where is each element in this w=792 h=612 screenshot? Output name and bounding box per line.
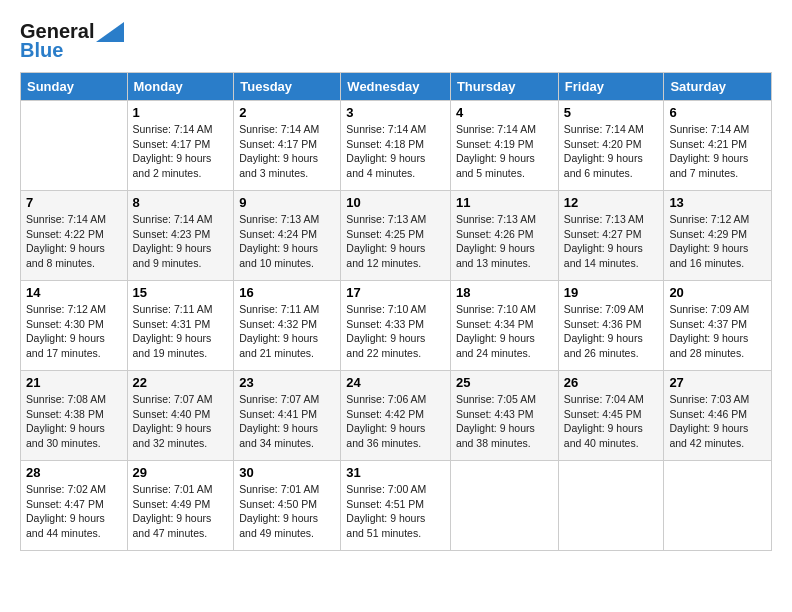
day-number: 19	[564, 285, 659, 300]
day-number: 20	[669, 285, 766, 300]
calendar-cell: 18Sunrise: 7:10 AM Sunset: 4:34 PM Dayli…	[450, 281, 558, 371]
day-info: Sunrise: 7:14 AM Sunset: 4:18 PM Dayligh…	[346, 122, 445, 181]
calendar-cell: 29Sunrise: 7:01 AM Sunset: 4:49 PM Dayli…	[127, 461, 234, 551]
calendar-cell: 3Sunrise: 7:14 AM Sunset: 4:18 PM Daylig…	[341, 101, 451, 191]
day-info: Sunrise: 7:12 AM Sunset: 4:29 PM Dayligh…	[669, 212, 766, 271]
calendar-week-row: 21Sunrise: 7:08 AM Sunset: 4:38 PM Dayli…	[21, 371, 772, 461]
day-number: 15	[133, 285, 229, 300]
day-header-tuesday: Tuesday	[234, 73, 341, 101]
day-info: Sunrise: 7:14 AM Sunset: 4:20 PM Dayligh…	[564, 122, 659, 181]
calendar-week-row: 1Sunrise: 7:14 AM Sunset: 4:17 PM Daylig…	[21, 101, 772, 191]
day-info: Sunrise: 7:13 AM Sunset: 4:25 PM Dayligh…	[346, 212, 445, 271]
day-number: 26	[564, 375, 659, 390]
calendar-cell: 27Sunrise: 7:03 AM Sunset: 4:46 PM Dayli…	[664, 371, 772, 461]
calendar-cell: 10Sunrise: 7:13 AM Sunset: 4:25 PM Dayli…	[341, 191, 451, 281]
calendar-cell: 21Sunrise: 7:08 AM Sunset: 4:38 PM Dayli…	[21, 371, 128, 461]
calendar-cell: 19Sunrise: 7:09 AM Sunset: 4:36 PM Dayli…	[558, 281, 664, 371]
day-info: Sunrise: 7:14 AM Sunset: 4:17 PM Dayligh…	[239, 122, 335, 181]
day-info: Sunrise: 7:11 AM Sunset: 4:31 PM Dayligh…	[133, 302, 229, 361]
calendar-cell: 24Sunrise: 7:06 AM Sunset: 4:42 PM Dayli…	[341, 371, 451, 461]
day-number: 7	[26, 195, 122, 210]
day-header-friday: Friday	[558, 73, 664, 101]
day-info: Sunrise: 7:12 AM Sunset: 4:30 PM Dayligh…	[26, 302, 122, 361]
calendar-cell: 7Sunrise: 7:14 AM Sunset: 4:22 PM Daylig…	[21, 191, 128, 281]
day-number: 17	[346, 285, 445, 300]
calendar-cell: 25Sunrise: 7:05 AM Sunset: 4:43 PM Dayli…	[450, 371, 558, 461]
calendar-cell: 1Sunrise: 7:14 AM Sunset: 4:17 PM Daylig…	[127, 101, 234, 191]
day-info: Sunrise: 7:14 AM Sunset: 4:17 PM Dayligh…	[133, 122, 229, 181]
calendar-cell: 4Sunrise: 7:14 AM Sunset: 4:19 PM Daylig…	[450, 101, 558, 191]
day-number: 31	[346, 465, 445, 480]
day-info: Sunrise: 7:14 AM Sunset: 4:21 PM Dayligh…	[669, 122, 766, 181]
calendar-cell: 15Sunrise: 7:11 AM Sunset: 4:31 PM Dayli…	[127, 281, 234, 371]
day-info: Sunrise: 7:13 AM Sunset: 4:26 PM Dayligh…	[456, 212, 553, 271]
calendar-cell: 22Sunrise: 7:07 AM Sunset: 4:40 PM Dayli…	[127, 371, 234, 461]
day-number: 23	[239, 375, 335, 390]
day-number: 9	[239, 195, 335, 210]
day-number: 8	[133, 195, 229, 210]
day-number: 28	[26, 465, 122, 480]
day-number: 27	[669, 375, 766, 390]
day-number: 1	[133, 105, 229, 120]
day-info: Sunrise: 7:01 AM Sunset: 4:49 PM Dayligh…	[133, 482, 229, 541]
day-info: Sunrise: 7:07 AM Sunset: 4:40 PM Dayligh…	[133, 392, 229, 451]
day-header-sunday: Sunday	[21, 73, 128, 101]
day-info: Sunrise: 7:09 AM Sunset: 4:37 PM Dayligh…	[669, 302, 766, 361]
calendar-header-row: SundayMondayTuesdayWednesdayThursdayFrid…	[21, 73, 772, 101]
calendar-cell: 26Sunrise: 7:04 AM Sunset: 4:45 PM Dayli…	[558, 371, 664, 461]
logo-bird-icon	[96, 22, 124, 42]
calendar-cell: 9Sunrise: 7:13 AM Sunset: 4:24 PM Daylig…	[234, 191, 341, 281]
calendar-cell: 8Sunrise: 7:14 AM Sunset: 4:23 PM Daylig…	[127, 191, 234, 281]
calendar-cell: 30Sunrise: 7:01 AM Sunset: 4:50 PM Dayli…	[234, 461, 341, 551]
day-info: Sunrise: 7:08 AM Sunset: 4:38 PM Dayligh…	[26, 392, 122, 451]
logo-blue: Blue	[20, 39, 63, 62]
day-number: 12	[564, 195, 659, 210]
calendar-cell: 28Sunrise: 7:02 AM Sunset: 4:47 PM Dayli…	[21, 461, 128, 551]
day-number: 3	[346, 105, 445, 120]
calendar-cell: 6Sunrise: 7:14 AM Sunset: 4:21 PM Daylig…	[664, 101, 772, 191]
day-number: 24	[346, 375, 445, 390]
day-info: Sunrise: 7:06 AM Sunset: 4:42 PM Dayligh…	[346, 392, 445, 451]
day-info: Sunrise: 7:14 AM Sunset: 4:23 PM Dayligh…	[133, 212, 229, 271]
day-header-thursday: Thursday	[450, 73, 558, 101]
day-number: 14	[26, 285, 122, 300]
day-number: 30	[239, 465, 335, 480]
calendar-table: SundayMondayTuesdayWednesdayThursdayFrid…	[20, 72, 772, 551]
calendar-cell: 11Sunrise: 7:13 AM Sunset: 4:26 PM Dayli…	[450, 191, 558, 281]
day-number: 5	[564, 105, 659, 120]
day-info: Sunrise: 7:14 AM Sunset: 4:19 PM Dayligh…	[456, 122, 553, 181]
calendar-cell: 17Sunrise: 7:10 AM Sunset: 4:33 PM Dayli…	[341, 281, 451, 371]
day-number: 16	[239, 285, 335, 300]
day-info: Sunrise: 7:02 AM Sunset: 4:47 PM Dayligh…	[26, 482, 122, 541]
day-number: 13	[669, 195, 766, 210]
calendar-cell: 12Sunrise: 7:13 AM Sunset: 4:27 PM Dayli…	[558, 191, 664, 281]
day-number: 18	[456, 285, 553, 300]
calendar-cell: 13Sunrise: 7:12 AM Sunset: 4:29 PM Dayli…	[664, 191, 772, 281]
day-info: Sunrise: 7:13 AM Sunset: 4:27 PM Dayligh…	[564, 212, 659, 271]
day-info: Sunrise: 7:07 AM Sunset: 4:41 PM Dayligh…	[239, 392, 335, 451]
day-info: Sunrise: 7:11 AM Sunset: 4:32 PM Dayligh…	[239, 302, 335, 361]
day-info: Sunrise: 7:10 AM Sunset: 4:34 PM Dayligh…	[456, 302, 553, 361]
day-info: Sunrise: 7:03 AM Sunset: 4:46 PM Dayligh…	[669, 392, 766, 451]
calendar-cell: 31Sunrise: 7:00 AM Sunset: 4:51 PM Dayli…	[341, 461, 451, 551]
day-number: 4	[456, 105, 553, 120]
calendar-cell: 20Sunrise: 7:09 AM Sunset: 4:37 PM Dayli…	[664, 281, 772, 371]
day-info: Sunrise: 7:10 AM Sunset: 4:33 PM Dayligh…	[346, 302, 445, 361]
svg-marker-0	[96, 22, 124, 42]
calendar-cell	[664, 461, 772, 551]
calendar-week-row: 28Sunrise: 7:02 AM Sunset: 4:47 PM Dayli…	[21, 461, 772, 551]
day-number: 25	[456, 375, 553, 390]
calendar-cell: 14Sunrise: 7:12 AM Sunset: 4:30 PM Dayli…	[21, 281, 128, 371]
day-header-monday: Monday	[127, 73, 234, 101]
calendar-cell: 23Sunrise: 7:07 AM Sunset: 4:41 PM Dayli…	[234, 371, 341, 461]
day-info: Sunrise: 7:14 AM Sunset: 4:22 PM Dayligh…	[26, 212, 122, 271]
calendar-cell	[21, 101, 128, 191]
day-number: 22	[133, 375, 229, 390]
day-number: 6	[669, 105, 766, 120]
logo: General Blue	[20, 20, 124, 62]
calendar-cell: 5Sunrise: 7:14 AM Sunset: 4:20 PM Daylig…	[558, 101, 664, 191]
day-info: Sunrise: 7:04 AM Sunset: 4:45 PM Dayligh…	[564, 392, 659, 451]
calendar-cell: 16Sunrise: 7:11 AM Sunset: 4:32 PM Dayli…	[234, 281, 341, 371]
day-info: Sunrise: 7:05 AM Sunset: 4:43 PM Dayligh…	[456, 392, 553, 451]
day-number: 21	[26, 375, 122, 390]
